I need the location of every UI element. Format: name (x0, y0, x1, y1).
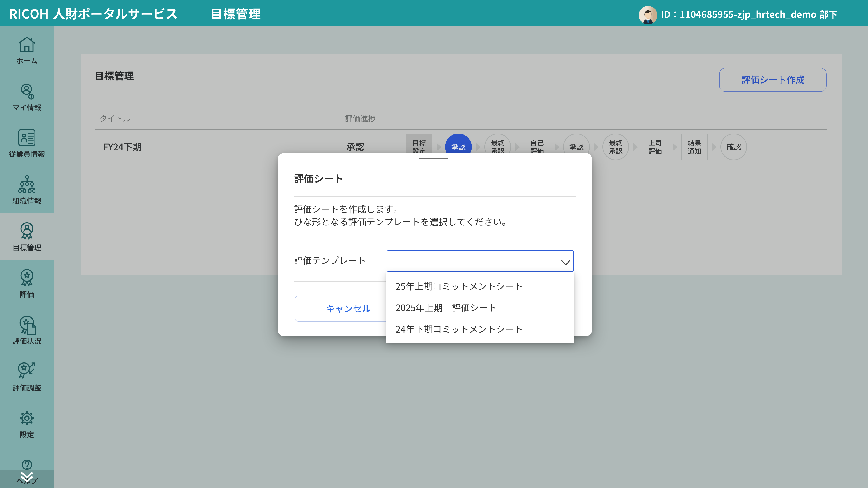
page-title: 目標管理 (94, 70, 134, 82)
step-label (491, 138, 505, 147)
step-arrow-icon (436, 143, 442, 151)
step-arrow-icon (594, 143, 599, 151)
step-label (648, 138, 662, 147)
sidebar-item-3[interactable] (0, 166, 54, 213)
dropdown-option[interactable]: 24年下期コミットメントシート (386, 319, 575, 340)
step-label (451, 142, 466, 151)
gear-icon (18, 410, 35, 427)
step-label (609, 138, 623, 147)
template-field-label: 評価テンプレート (294, 255, 367, 266)
step-arrow-icon (475, 143, 481, 151)
step-arrow-icon (712, 143, 717, 151)
divider (95, 101, 827, 101)
column-header-progress: 評価進捗 (345, 113, 376, 123)
dropdown-option-label: 24年下期コミットメントシート (396, 324, 524, 335)
avatar (639, 6, 657, 24)
sidebar-item-6[interactable] (0, 306, 54, 353)
org-chart-icon (18, 175, 35, 194)
sidebar-item-label: マイ情報 (12, 103, 42, 112)
sidebar-item-5[interactable] (0, 260, 54, 307)
step-label (569, 142, 584, 151)
step-label (609, 147, 623, 156)
step-label (648, 147, 662, 156)
row-title: FY24下期 (103, 141, 142, 153)
step-arrow-icon (554, 143, 560, 151)
chevron-down-icon (561, 260, 570, 266)
sidebar-item-label: 設定 (20, 430, 35, 439)
column-header-title: タイトル (100, 113, 131, 123)
sidebar-item-label: ホーム (16, 56, 38, 65)
step-label (530, 138, 544, 147)
home-icon (18, 36, 35, 53)
modal-divider (294, 196, 576, 197)
dropdown-option-label: 25年上期コミットメントシート (396, 281, 524, 292)
row-status: 承認 (346, 141, 365, 153)
app-root: 目標管理タイトル評価進捗FY24下期承認 評価シート作成 目標設定承認最終承認自… (0, 0, 868, 488)
sidebar-item-0[interactable] (0, 26, 54, 73)
sidebar-item-label: 評価状況 (12, 336, 42, 346)
step-arrow-icon (633, 143, 638, 151)
sidebar-item-label: 従業員情報 (9, 150, 45, 159)
modal-divider (294, 281, 386, 282)
sidebar-item-label: 評価 (20, 290, 35, 299)
cancel-button-label: キャンセル (326, 303, 371, 314)
sidebar-item-8[interactable] (0, 400, 54, 447)
modal-divider (294, 240, 576, 240)
step-label (688, 138, 702, 147)
sidebar-item-label: 組織情報 (12, 196, 42, 205)
header-page-title: 目標管理 (210, 6, 262, 22)
modal-drag-handle[interactable] (419, 158, 448, 159)
chevron-down-icon (21, 472, 33, 483)
template-select[interactable] (386, 250, 574, 271)
sidebar-item-1[interactable] (0, 73, 54, 120)
step-label (412, 138, 426, 147)
sidebar-item-label: 目標管理 (12, 243, 42, 252)
step-label (688, 147, 702, 156)
brand-title: RICOH 人財ポータルサービス (9, 6, 178, 22)
star-medal-icon (18, 269, 35, 288)
user-id-text: ID：1104685955-zjp_hrtech_demo (661, 8, 838, 20)
dropdown-option[interactable]: 25年上期コミットメントシート (386, 275, 575, 297)
employee-card-icon (18, 129, 35, 147)
step-label (726, 142, 741, 151)
modal-title: 評価シート (294, 172, 344, 185)
step-arrow-icon (515, 143, 520, 151)
divider (95, 129, 827, 130)
sidebar-item-2[interactable] (0, 120, 54, 166)
modal-drag-handle[interactable] (419, 162, 448, 162)
sidebar-item-label: 評価調整 (12, 383, 42, 392)
sidebar-item-4[interactable] (0, 213, 54, 260)
app-header: RICOH 人財ポータルサービス目標管理ID：1104685955-zjp_hr… (0, 0, 868, 26)
sidebar-nav: ホームマイ情報従業員情報組織情報目標管理評価評価状況評価調整設定ヘルプ (0, 26, 54, 488)
evaluation-status-icon (18, 316, 36, 335)
dropdown-option-label: 2025年上期 評価シート (396, 302, 498, 313)
modal-description-line2: ひな形となる評価テンプレートを選択してください。 (294, 216, 511, 228)
sidebar-item-7[interactable] (0, 353, 54, 400)
step-arrow-icon (672, 143, 678, 151)
create-sheet-button-label: 評価シート作成 (741, 74, 805, 86)
goal-medal-icon (18, 222, 35, 241)
sidebar-scroll-indicator (0, 470, 54, 488)
dropdown-option[interactable]: 2025年上期 評価シート (386, 297, 575, 319)
evaluation-adjust-icon (18, 362, 36, 381)
modal-description-line1: 評価シートを作成します。 (294, 203, 403, 215)
my-info-icon (18, 83, 35, 100)
